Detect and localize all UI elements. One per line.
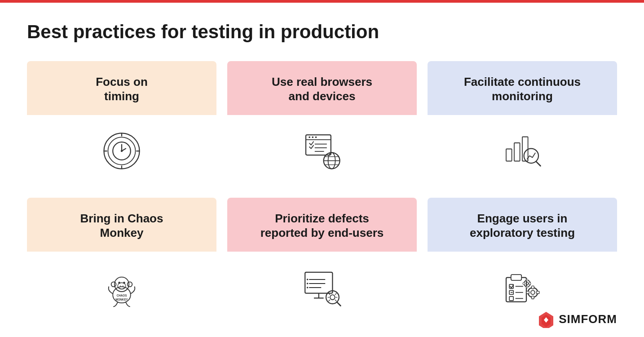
svg-rect-75 xyxy=(526,286,528,288)
svg-rect-69 xyxy=(532,296,534,299)
svg-rect-58 xyxy=(511,275,521,281)
svg-point-31 xyxy=(128,282,132,287)
svg-line-56 xyxy=(335,300,337,302)
card-monitoring: Facilitate continuousmonitoring xyxy=(428,61,617,187)
svg-point-14 xyxy=(315,137,317,138)
cards-grid: Focus ontiming xyxy=(27,61,617,324)
simform-logo-icon xyxy=(537,310,555,328)
card-chaos-body: CHAOS MONKEY xyxy=(27,252,216,324)
svg-point-33 xyxy=(118,282,120,284)
card-timing-body xyxy=(27,115,216,187)
svg-point-35 xyxy=(120,286,121,287)
card-monitoring-header: Facilitate continuousmonitoring xyxy=(428,61,617,115)
svg-point-45 xyxy=(307,279,309,281)
browser-globe-icon xyxy=(300,129,344,173)
svg-rect-77 xyxy=(529,283,531,285)
card-chaos: Bring in ChaosMonkey xyxy=(27,198,216,324)
svg-point-47 xyxy=(307,287,309,289)
clock-icon xyxy=(99,129,144,173)
card-monitoring-title: Facilitate continuousmonitoring xyxy=(464,75,581,104)
svg-point-26 xyxy=(524,149,538,163)
card-defects-header: Prioritize defectsreported by end-users xyxy=(227,198,417,252)
svg-rect-71 xyxy=(537,291,539,293)
card-exploratory-header: Engage users inexploratory testing xyxy=(428,198,617,252)
card-timing: Focus ontiming xyxy=(27,61,216,187)
svg-rect-24 xyxy=(514,143,520,161)
svg-point-46 xyxy=(307,283,309,285)
svg-point-50 xyxy=(330,295,335,300)
main-container: Best practices for testing in production… xyxy=(0,3,644,337)
card-defects: Prioritize defectsreported by end-users xyxy=(227,198,417,324)
svg-point-34 xyxy=(123,282,125,284)
svg-line-55 xyxy=(328,300,330,302)
testing-gear-icon xyxy=(500,265,545,310)
chart-search-icon xyxy=(500,129,545,173)
card-browsers-body xyxy=(227,115,417,187)
svg-rect-62 xyxy=(509,297,513,301)
monkey-icon: CHAOS MONKEY xyxy=(99,265,144,310)
card-browsers-header: Use real browsersand devices xyxy=(227,61,417,115)
svg-point-36 xyxy=(123,286,124,287)
svg-rect-39 xyxy=(305,272,332,293)
svg-point-32 xyxy=(118,283,126,289)
svg-line-27 xyxy=(536,162,541,166)
svg-rect-68 xyxy=(532,286,534,289)
svg-rect-74 xyxy=(526,279,528,281)
monitor-search-icon xyxy=(300,265,344,310)
simform-logo: SIMFORM xyxy=(537,310,617,328)
svg-point-5 xyxy=(121,150,123,152)
card-defects-body xyxy=(227,252,417,324)
card-timing-header: Focus ontiming xyxy=(27,61,216,115)
svg-line-49 xyxy=(337,302,340,306)
card-browsers-title: Use real browsersand devices xyxy=(272,75,372,104)
svg-point-12 xyxy=(309,137,310,138)
svg-rect-76 xyxy=(523,283,525,285)
svg-text:CHAOS: CHAOS xyxy=(117,294,127,297)
svg-point-13 xyxy=(312,137,314,138)
svg-rect-70 xyxy=(526,291,529,293)
svg-rect-23 xyxy=(506,149,512,161)
svg-line-52 xyxy=(335,293,337,295)
card-defects-title: Prioritize defectsreported by end-users xyxy=(260,211,384,240)
card-browsers: Use real browsersand devices xyxy=(227,61,417,187)
svg-text:MONKEY: MONKEY xyxy=(115,298,128,301)
page-title: Best practices for testing in production xyxy=(27,21,617,43)
svg-point-67 xyxy=(531,291,535,295)
svg-point-30 xyxy=(111,282,116,287)
simform-logo-text: SIMFORM xyxy=(559,312,617,326)
card-exploratory: Engage users inexploratory testing xyxy=(428,198,617,324)
card-chaos-header: Bring in ChaosMonkey xyxy=(27,198,216,252)
card-exploratory-title: Engage users inexploratory testing xyxy=(470,211,575,240)
card-monitoring-body xyxy=(428,115,617,187)
card-timing-title: Focus ontiming xyxy=(96,75,148,104)
svg-rect-25 xyxy=(522,137,528,161)
card-chaos-title: Bring in ChaosMonkey xyxy=(80,211,163,240)
